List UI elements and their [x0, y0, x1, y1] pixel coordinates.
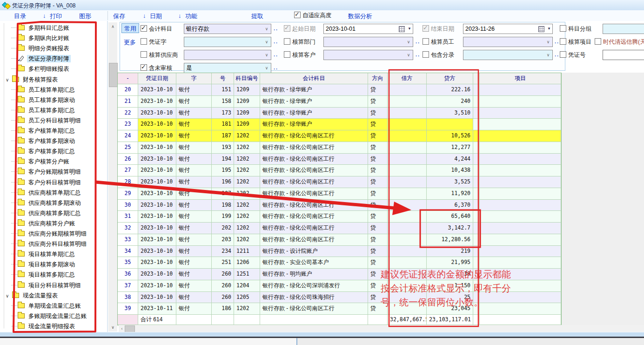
cell-project[interactable] — [480, 84, 561, 96]
cell-account[interactable]: 银行存款 - 绿化公司南区工行 — [260, 176, 368, 188]
table-row[interactable]: 362023-10-10银付2601251银行存款 - 明均账户贷30 — [118, 269, 561, 280]
cell-account[interactable]: 银行存款 - 绿化公司深圳浦发行 — [260, 280, 368, 292]
cell-n[interactable]: 33 — [118, 234, 138, 246]
cell-project[interactable] — [480, 257, 561, 269]
cell-n[interactable]: 24 — [118, 130, 138, 142]
cell-n[interactable]: 27 — [118, 165, 138, 176]
cell-n[interactable]: 30 — [118, 200, 138, 211]
column-header-dir[interactable]: 方向 — [368, 73, 388, 84]
table-row[interactable]: 272023-10-10银付1951202银行存款 - 绿化公司南区工行贷10,… — [118, 165, 561, 176]
sidebar-item-customer-single-summary[interactable]: 客户核算单期汇总 — [11, 126, 76, 136]
filter-checkbox-subject-group[interactable] — [560, 25, 566, 32]
cell-debit[interactable] — [388, 188, 427, 200]
sidebar-item-supplier-by-subject-detail[interactable]: 供应商分科目核算明细 — [11, 239, 88, 249]
table-row[interactable]: 302023-10-10银付1981202银行存款 - 绿化公司南区工行贷6,3… — [118, 200, 561, 211]
cell-no[interactable]: 194 — [212, 154, 234, 165]
cell-code[interactable]: 1202 — [234, 154, 260, 165]
filter-field-subject-group[interactable] — [603, 24, 644, 34]
cell-no[interactable]: 158 — [212, 96, 234, 108]
sidebar-item-multi-cashflow-summary[interactable]: 多账期现金流量汇总账 — [11, 311, 88, 321]
cell-no[interactable]: 199 — [212, 211, 234, 223]
filter-field-end-date[interactable]: 2023-11-26▼ — [463, 24, 553, 34]
cell-spacer[interactable] — [473, 211, 480, 223]
cell-n[interactable]: 35 — [118, 257, 138, 269]
cell-no[interactable]: 193 — [212, 142, 234, 154]
cell-credit[interactable]: 65,640 — [427, 211, 473, 223]
cell-no[interactable]: 202 — [212, 223, 234, 234]
cell-credit[interactable]: 3,510 — [427, 108, 473, 119]
cell-date[interactable]: 2023-10-10 — [138, 200, 176, 211]
lookup-dots-supplier[interactable]: .. — [274, 52, 278, 57]
cell-code[interactable]: 1202 — [234, 188, 260, 200]
cell-account[interactable]: 银行存款 - 绿华账户 — [260, 119, 368, 130]
dropdown-arrow-icon[interactable]: ∨ — [544, 51, 552, 59]
cell-account[interactable]: 银行存款 - 实业公司基本户 — [260, 257, 368, 269]
filter-checkbox-start-date[interactable] — [284, 25, 290, 32]
table-row[interactable]: 292023-10-10银付1971202银行存款 - 绿化公司南区工行贷11,… — [118, 188, 561, 200]
cell-debit[interactable] — [388, 142, 427, 154]
filter-field-customer[interactable]: ∨ — [323, 50, 413, 60]
common-filters-button[interactable]: 常用 — [121, 23, 139, 33]
cell-dir[interactable]: 贷 — [368, 108, 388, 119]
cell-project[interactable] — [480, 119, 561, 130]
cell-dir[interactable]: 贷 — [368, 211, 388, 223]
sidebar-item-supplier-subledger[interactable]: 供应商核算分户账 — [11, 218, 76, 229]
cell-spacer[interactable] — [473, 269, 480, 280]
cell-word[interactable]: 银付 — [176, 234, 212, 246]
cell-code[interactable]: 1202 — [234, 234, 260, 246]
graph-button[interactable]: 图形 — [79, 12, 91, 20]
cell-spacer[interactable] — [473, 130, 480, 142]
dropdown-arrow-icon[interactable]: ∨ — [544, 38, 552, 46]
cell-account[interactable]: 银行存款 - 绿化公司珠海招行 — [260, 292, 368, 304]
cell-project[interactable] — [480, 292, 561, 304]
dropdown-arrow-icon[interactable]: ∨ — [263, 64, 270, 72]
column-header-code[interactable]: 科目编号 — [234, 73, 260, 84]
autofit-checkbox[interactable]: 自适应高度 — [294, 12, 332, 20]
cell-code[interactable]: 1211 — [234, 246, 260, 257]
sidebar-item-single-cashflow-summary[interactable]: 单期现金流量汇总账 — [11, 301, 82, 311]
cell-account[interactable]: 银行存款 - 绿化公司南区工行 — [260, 130, 368, 142]
collapse-arrow-icon[interactable]: ∨ — [6, 75, 11, 85]
cell-code[interactable]: 1202 — [234, 303, 260, 315]
dropdown-arrow-icon[interactable]: ∨ — [263, 38, 270, 46]
cell-account[interactable]: 银行存款 - 绿华账户 — [260, 108, 368, 119]
column-header-spacer[interactable] — [473, 73, 480, 84]
cell-no[interactable]: 195 — [212, 165, 234, 176]
cell-word[interactable]: 银付 — [176, 223, 212, 234]
cell-code[interactable]: 1202 — [234, 165, 260, 176]
sidebar-item-employee-single-summary[interactable]: 员工核算单期汇总 — [11, 85, 76, 95]
sidebar-item-cashflow-reports[interactable]: ∨现金流量报表 — [6, 291, 59, 301]
vertical-scrollbar[interactable]: ∧ ∨ — [108, 22, 117, 331]
cell-no[interactable]: 251 — [212, 257, 234, 269]
cell-credit[interactable]: 21,995 — [427, 257, 473, 269]
filter-field-include-unaudited[interactable]: 是∨ — [184, 63, 271, 73]
cell-code[interactable]: 1202 — [234, 142, 260, 154]
cell-debit[interactable] — [388, 96, 427, 108]
cell-word[interactable]: 银付 — [176, 303, 212, 315]
cell-code[interactable]: 1202 — [234, 176, 260, 188]
cell-word[interactable]: 银付 — [176, 246, 212, 257]
print-button[interactable]: 打印 — [50, 12, 62, 20]
cell-credit[interactable]: 25 — [427, 292, 473, 304]
cell-word[interactable]: 银付 — [176, 96, 212, 108]
cell-word[interactable]: 银付 — [176, 188, 212, 200]
table-row[interactable]: 222023-10-10银付1731209银行存款 - 绿华账户贷3,510 — [118, 108, 561, 119]
cell-code[interactable]: 1206 — [234, 257, 260, 269]
cell-spacer[interactable] — [473, 108, 480, 119]
cell-word[interactable]: 银付 — [176, 165, 212, 176]
sidebar-item-multi-period-subject-summary[interactable]: 多期科目汇总账 — [11, 23, 71, 33]
table-row[interactable]: 382023-10-10银付2601205银行存款 - 绿化公司珠海招行贷25 — [118, 292, 561, 304]
cell-date[interactable]: 2023-10-10 — [138, 280, 176, 292]
filter-checkbox-employee[interactable] — [423, 38, 429, 45]
cell-spacer[interactable] — [473, 142, 480, 154]
cell-n[interactable]: 22 — [118, 108, 138, 119]
cell-credit[interactable]: 12,280.56 — [427, 234, 473, 246]
cell-no[interactable]: 173 — [212, 108, 234, 119]
cell-project[interactable] — [480, 176, 561, 188]
cell-no[interactable]: 198 — [212, 200, 234, 211]
cell-dir[interactable]: 贷 — [368, 280, 388, 292]
cell-debit[interactable] — [388, 200, 427, 211]
cell-project[interactable] — [480, 234, 561, 246]
cell-date[interactable]: 2023-10-10 — [138, 176, 176, 188]
cell-dir[interactable]: 贷 — [368, 223, 388, 234]
